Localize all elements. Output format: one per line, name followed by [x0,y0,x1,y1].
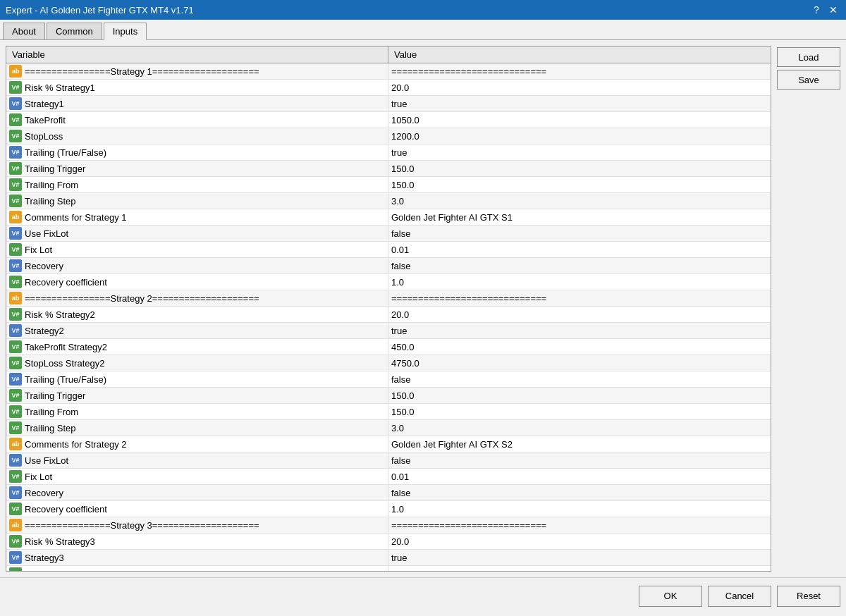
value-cell: 150.0 [388,388,771,403]
table-row[interactable]: V#Trailing (True/False)true [6,144,771,161]
value-cell: false [388,452,771,468]
close-button[interactable]: ✕ [826,3,840,17]
variable-cell: V#Fix Lot [6,242,388,257]
cancel-button[interactable]: Cancel [708,586,771,607]
load-button[interactable]: Load [777,47,840,67]
table-row[interactable]: ab================Strategy 1============… [6,63,771,80]
variable-name: TakeProfit Strategy3 [25,569,107,572]
variable-cell: V#Risk % Strategy3 [6,534,388,549]
variable-cell: V#Trailing (True/False) [6,371,388,387]
row-icon-ve: V# [9,503,22,515]
variable-name: Use FixLot [25,228,68,239]
variable-name: StopLoss [25,131,63,142]
variable-name: StopLoss Strategy2 [25,358,104,369]
save-button[interactable]: Save [777,70,840,90]
value-cell: 150.0 [388,177,771,192]
table-row[interactable]: V#Recovery coefficient1.0 [6,274,771,290]
table-row[interactable]: abComments for Strategy 2Golden Jet Figh… [6,436,771,452]
value-cell: false [388,485,771,500]
table-row[interactable]: V#Fix Lot0.01 [6,242,771,258]
row-icon-ve: V# [9,178,22,191]
variable-name: TakeProfit Strategy2 [25,342,107,352]
value-cell: 20.0 [388,80,771,95]
variable-name: Risk % Strategy3 [25,536,95,547]
row-icon-ve: V# [9,113,22,126]
row-icon-bool: V# [9,146,22,159]
row-icon-ve: V# [9,389,22,402]
table-row[interactable]: V#Risk % Strategy220.0 [6,307,771,323]
table-row[interactable]: V#Recoveryfalse [6,485,771,501]
table-row[interactable]: V#TakeProfit Strategy2450.0 [6,339,771,355]
value-cell: 20.0 [388,534,771,549]
table-row[interactable]: V#Trailing From150.0 [6,177,771,193]
table-row[interactable]: V#Risk % Strategy320.0 [6,534,771,550]
variable-cell: V#TakeProfit Strategy3 [6,566,388,571]
ok-button[interactable]: OK [639,586,702,607]
table-row[interactable]: V#Strategy3true [6,550,771,566]
variable-name: Comments for Strategy 2 [25,439,127,450]
tab-common[interactable]: Common [47,23,102,39]
table-row[interactable]: V#TakeProfit1050.0 [6,112,771,128]
table-row[interactable]: V#Use FixLotfalse [6,226,771,242]
table-row[interactable]: V#Recoveryfalse [6,258,771,274]
value-cell: Golden Jet Fighter AI GTX S1 [388,209,771,225]
table-row[interactable]: V#Strategy1true [6,96,771,112]
table-row[interactable]: V#Trailing (True/False)false [6,371,771,388]
row-icon-ve: V# [9,81,22,94]
table-row[interactable]: V#Strategy2true [6,323,771,339]
table-row[interactable]: V#Trailing Trigger150.0 [6,161,771,177]
value-cell: 1.0 [388,501,771,517]
row-icon-ab: ab [9,438,22,450]
value-cell: 4750.0 [388,355,771,371]
footer: OK Cancel Reset [0,577,846,614]
table-row[interactable]: V#TakeProfit Strategy3650.0 [6,566,771,571]
table-header: Variable Value [6,47,771,63]
help-button[interactable]: ? [809,3,823,17]
row-icon-ab: ab [9,292,22,304]
table-row[interactable]: ab================Strategy 2============… [6,290,771,307]
table-row[interactable]: V#Trailing Step3.0 [6,420,771,436]
row-icon-bool: V# [9,551,22,564]
header-variable: Variable [6,47,388,63]
value-cell: 0.01 [388,469,771,484]
table-row[interactable]: V#Recovery coefficient1.0 [6,501,771,517]
variable-cell: V#Trailing Trigger [6,388,388,403]
variable-name: Strategy2 [25,326,64,336]
row-icon-ab: ab [9,65,22,78]
variable-cell: V#Trailing From [6,404,388,419]
table-row[interactable]: ab================Strategy 3============… [6,517,771,534]
side-buttons: Load Save [777,46,840,572]
header-value: Value [388,47,771,63]
value-cell: false [388,371,771,387]
tab-about[interactable]: About [3,23,45,39]
content-wrapper: Variable Value ab================Strateg… [6,46,840,572]
reset-button[interactable]: Reset [777,586,840,607]
value-cell: 1050.0 [388,112,771,128]
variable-cell: V#Recovery coefficient [6,501,388,517]
variable-name: Use FixLot [25,455,68,466]
variable-cell: ab================Strategy 2============… [6,290,388,306]
table-row[interactable]: V#Fix Lot0.01 [6,469,771,485]
table-row[interactable]: abComments for Strategy 1Golden Jet Figh… [6,209,771,226]
row-icon-ve: V# [9,162,22,175]
variable-name: TakeProfit [25,115,66,125]
row-icon-ve: V# [9,340,22,353]
table-row[interactable]: V#Trailing From150.0 [6,404,771,420]
row-icon-ve: V# [9,276,22,288]
variable-cell: V#StopLoss Strategy2 [6,355,388,371]
table-row[interactable]: V#Trailing Trigger150.0 [6,388,771,404]
table-row[interactable]: V#Risk % Strategy120.0 [6,80,771,96]
table-row[interactable]: V#StopLoss1200.0 [6,128,771,144]
variable-cell: V#Fix Lot [6,469,388,484]
variable-cell: V#Trailing Step [6,420,388,436]
table-row[interactable]: V#Trailing Step3.0 [6,193,771,209]
variable-cell: V#Use FixLot [6,226,388,241]
table-row[interactable]: V#StopLoss Strategy24750.0 [6,355,771,371]
variable-name: Comments for Strategy 1 [25,212,127,223]
tab-inputs[interactable]: Inputs [104,23,147,40]
value-cell: ============================= [388,290,771,306]
table-row[interactable]: V#Use FixLotfalse [6,452,771,469]
row-icon-ab: ab [9,211,22,223]
table-body[interactable]: ab================Strategy 1============… [6,63,771,571]
title-bar: Expert - AI Golden Jet Fighter GTX MT4 v… [0,0,846,20]
